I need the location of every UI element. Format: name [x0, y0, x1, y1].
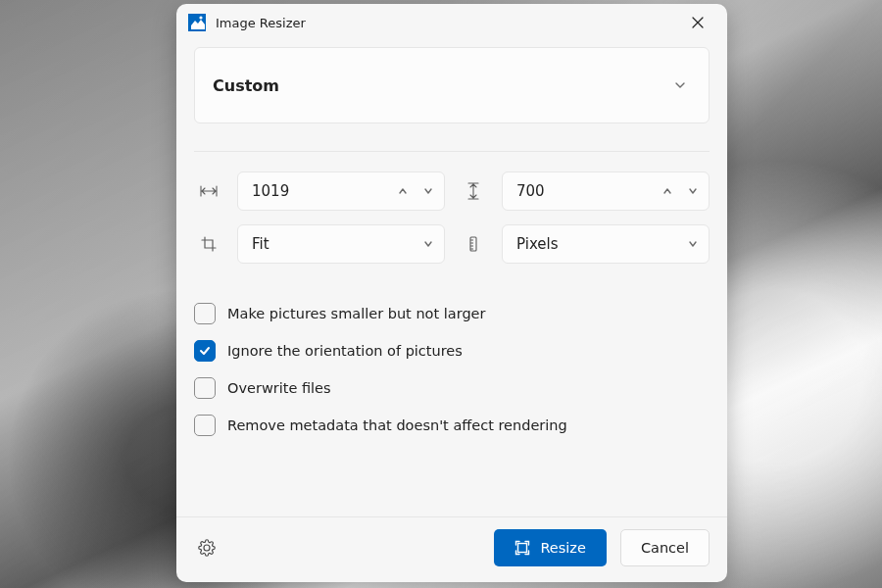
option-overwrite-files[interactable]: Overwrite files: [194, 377, 710, 399]
height-stepper-down[interactable]: [687, 182, 699, 201]
fit-mode-value: Fit: [252, 235, 422, 253]
resize-icon: [514, 540, 530, 556]
title-bar: Image Resizer: [176, 4, 727, 41]
fit-mode-select[interactable]: Fit: [237, 224, 445, 264]
cancel-button[interactable]: Cancel: [620, 529, 710, 566]
preset-select[interactable]: Custom: [194, 47, 710, 123]
size-grid: Fit Pixels: [194, 172, 710, 264]
dialog-content: Custom: [176, 41, 727, 516]
close-icon: [692, 17, 704, 28]
chevron-down-icon: [673, 78, 687, 92]
unit-value: Pixels: [516, 235, 687, 253]
preset-value: Custom: [213, 76, 673, 95]
gear-icon: [198, 539, 216, 557]
option-ignore-orientation[interactable]: Ignore the orientation of pictures: [194, 340, 710, 362]
image-resizer-dialog: Image Resizer Custom: [176, 4, 727, 582]
settings-button[interactable]: [194, 535, 220, 561]
checkbox[interactable]: [194, 415, 216, 436]
close-button[interactable]: [678, 8, 717, 37]
option-label: Remove metadata that doesn't affect rend…: [227, 417, 567, 433]
width-input[interactable]: [252, 182, 397, 200]
ruler-icon: [465, 235, 482, 253]
resize-button-label: Resize: [540, 540, 585, 556]
crop-icon: [200, 235, 218, 253]
option-label: Ignore the orientation of pictures: [227, 343, 463, 359]
divider: [194, 151, 710, 152]
width-stepper-down[interactable]: [422, 182, 434, 201]
checkbox[interactable]: [194, 377, 216, 399]
option-label: Overwrite files: [227, 380, 331, 396]
checkbox[interactable]: [194, 303, 216, 324]
option-remove-metadata[interactable]: Remove metadata that doesn't affect rend…: [194, 415, 710, 436]
dialog-footer: Resize Cancel: [176, 516, 727, 582]
resize-button[interactable]: Resize: [494, 529, 606, 566]
width-stepper-up[interactable]: [397, 182, 409, 201]
height-input-wrapper: [502, 172, 710, 211]
cancel-button-label: Cancel: [641, 540, 689, 556]
unit-select[interactable]: Pixels: [502, 224, 710, 264]
svg-point-1: [199, 16, 202, 19]
width-icon: [200, 182, 218, 200]
width-input-wrapper: [237, 172, 445, 211]
chevron-down-icon: [687, 238, 699, 250]
option-label: Make pictures smaller but not larger: [227, 306, 485, 321]
dialog-title: Image Resizer: [216, 16, 306, 30]
height-icon: [465, 182, 482, 200]
options-list: Make pictures smaller but not larger Ign…: [194, 303, 710, 436]
height-input[interactable]: [516, 182, 662, 200]
app-icon: [188, 14, 206, 31]
height-stepper-up[interactable]: [662, 182, 673, 201]
svg-rect-3: [518, 544, 527, 553]
option-smaller-not-larger[interactable]: Make pictures smaller but not larger: [194, 303, 710, 324]
chevron-down-icon: [422, 238, 434, 250]
checkbox[interactable]: [194, 340, 216, 362]
